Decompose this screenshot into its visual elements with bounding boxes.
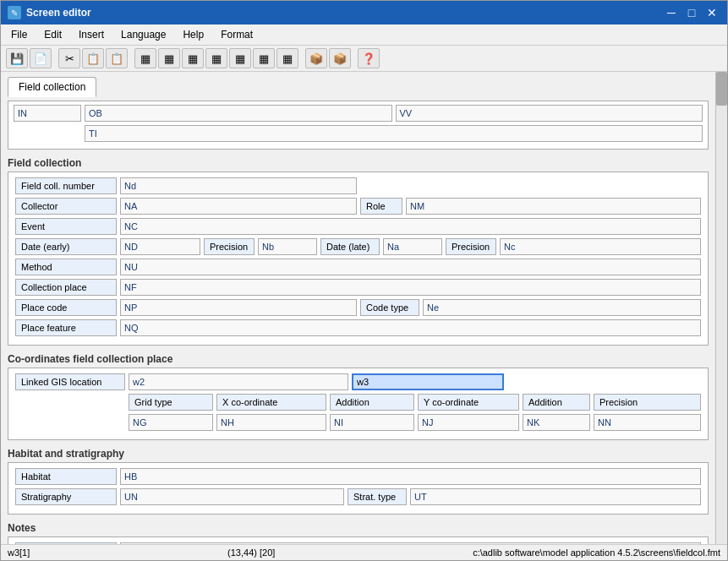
field-w2[interactable]: w2 xyxy=(129,373,348,390)
maximize-button[interactable]: □ xyxy=(683,5,700,20)
menu-edit[interactable]: Edit xyxy=(37,26,68,43)
field-nj[interactable]: NJ xyxy=(418,414,519,431)
col-header-y-coord: Y co-ordinate xyxy=(418,394,519,411)
section-header-field-collection: Field collection xyxy=(8,155,709,172)
toolbar-new[interactable]: 📄 xyxy=(30,48,52,68)
menu-language[interactable]: Language xyxy=(114,26,172,43)
form-content: Field collection IN OB VV TI Field colle… xyxy=(1,72,715,544)
notes-form: Notes NT xyxy=(8,536,709,544)
toolbar-pkg2[interactable]: 📦 xyxy=(329,48,351,68)
toolbar: 💾 📄 ✂ 📋 📋 ▦ ▦ ▦ ▦ ▦ ▦ ▦ 📦 📦 ❓ xyxy=(1,46,727,72)
vertical-scrollbar[interactable] xyxy=(715,72,727,544)
row-col-fields: NG NH NI NJ NK NN xyxy=(15,414,701,431)
row-habitat: Habitat HB xyxy=(15,468,701,485)
menu-insert[interactable]: Insert xyxy=(72,26,111,43)
toolbar-grid5[interactable]: ▦ xyxy=(229,48,251,68)
toolbar-grid2[interactable]: ▦ xyxy=(158,48,180,68)
field-nk[interactable]: NK xyxy=(523,414,590,431)
field-ne[interactable]: Ne xyxy=(423,299,701,316)
toolbar-paste[interactable]: 📋 xyxy=(106,48,128,68)
menu-file[interactable]: File xyxy=(4,26,34,43)
field-nc-date[interactable]: Nc xyxy=(500,238,701,255)
toolbar-grid6[interactable]: ▦ xyxy=(253,48,275,68)
row-collection-place: Collection place NF xyxy=(15,279,701,296)
row-collector: Collector NA Role NM xyxy=(15,198,701,215)
field-un[interactable]: UN xyxy=(120,488,344,505)
toolbar-cut[interactable]: ✂ xyxy=(58,48,80,68)
status-bar: w3[1] (13,44) [20] c:\adlib software\mod… xyxy=(1,544,727,560)
section-habitat: Habitat and stratigraphy Habitat HB Stra… xyxy=(8,445,709,515)
row-method: Method NU xyxy=(15,259,701,275)
field-nm[interactable]: NM xyxy=(406,198,701,215)
main-window: ✎ Screen editor ─ □ ✕ File Edit Insert L… xyxy=(0,0,728,561)
status-left: w3[1] xyxy=(8,547,30,558)
label-linked-gis: Linked GIS location xyxy=(15,373,125,390)
label-collector: Collector xyxy=(15,198,117,215)
col-header-x-coord: X co-ordinate xyxy=(216,394,326,411)
row-date-early: Date (early) ND Precision Nb Date (late)… xyxy=(15,238,701,255)
menu-bar: File Edit Insert Language Help Format xyxy=(1,25,727,46)
field-nf[interactable]: NF xyxy=(120,279,701,296)
title-bar: ✎ Screen editor ─ □ ✕ xyxy=(1,1,727,25)
tab-bar: Field collection xyxy=(8,77,709,97)
label-code-type: Code type xyxy=(360,299,419,316)
label-collection-place: Collection place xyxy=(15,279,117,296)
field-ob[interactable]: OB xyxy=(85,105,392,122)
field-ut[interactable]: UT xyxy=(410,488,701,505)
window-controls: ─ □ ✕ xyxy=(663,5,720,20)
menu-format[interactable]: Format xyxy=(214,26,260,43)
scrollbar-thumb[interactable] xyxy=(716,72,727,106)
field-nq[interactable]: NQ xyxy=(120,319,701,336)
col-header-addition-y: Addition xyxy=(523,394,590,411)
toolbar-help[interactable]: ❓ xyxy=(358,48,380,68)
field-ni[interactable]: NI xyxy=(330,414,414,431)
field-hb[interactable]: HB xyxy=(120,468,701,485)
toolbar-grid4[interactable]: ▦ xyxy=(205,48,227,68)
label-strat-type: Strat. type xyxy=(348,488,407,505)
top-row-1: IN OB VV xyxy=(14,105,703,122)
field-nc[interactable]: NC xyxy=(120,218,701,235)
label-precision-early: Precision xyxy=(204,238,255,255)
app-icon: ✎ xyxy=(8,6,21,19)
field-in[interactable]: IN xyxy=(14,105,81,122)
toolbar-copy[interactable]: 📋 xyxy=(82,48,104,68)
row-event: Event NC xyxy=(15,218,701,235)
tab-field-collection[interactable]: Field collection xyxy=(8,77,96,97)
toolbar-grid1[interactable]: ▦ xyxy=(134,48,156,68)
field-nd[interactable]: Nd xyxy=(120,177,357,194)
close-button[interactable]: ✕ xyxy=(703,5,720,20)
menu-help[interactable]: Help xyxy=(176,26,211,43)
field-nn[interactable]: NN xyxy=(594,414,701,431)
field-vv[interactable]: VV xyxy=(396,105,703,122)
label-event: Event xyxy=(15,218,117,235)
toolbar-save[interactable]: 💾 xyxy=(6,48,28,68)
toolbar-pkg1[interactable]: 📦 xyxy=(305,48,327,68)
field-nb[interactable]: Nb xyxy=(258,238,317,255)
title-bar-left: ✎ Screen editor xyxy=(8,6,91,19)
row-stratigraphy: Stratigraphy UN Strat. type UT xyxy=(15,488,701,505)
label-place-feature: Place feature xyxy=(15,319,117,336)
field-np[interactable]: NP xyxy=(120,299,357,316)
toolbar-grid7[interactable]: ▦ xyxy=(276,48,298,68)
field-w3[interactable]: w3 xyxy=(352,373,504,390)
label-method: Method xyxy=(15,259,117,275)
label-date-early: Date (early) xyxy=(15,238,117,255)
field-ng[interactable]: NG xyxy=(129,414,213,431)
top-row-2: TI xyxy=(14,125,703,142)
section-header-habitat: Habitat and stratigraphy xyxy=(8,445,709,462)
row-place-feature: Place feature NQ xyxy=(15,319,701,336)
field-na[interactable]: NA xyxy=(120,198,357,215)
col-header-addition-x: Addition xyxy=(330,394,414,411)
field-nd-date[interactable]: ND xyxy=(120,238,200,255)
status-right: c:\adlib software\model application 4.5.… xyxy=(473,547,720,558)
field-ti[interactable]: TI xyxy=(85,125,703,142)
field-nu[interactable]: NU xyxy=(120,259,701,275)
row-place-code: Place code NP Code type Ne xyxy=(15,299,701,316)
field-nh[interactable]: NH xyxy=(216,414,326,431)
section-field-collection: Field collection Field coll. number Nd C… xyxy=(8,155,709,346)
field-na-date[interactable]: Na xyxy=(383,238,442,255)
minimize-button[interactable]: ─ xyxy=(663,5,680,20)
label-date-late: Date (late) xyxy=(320,238,380,255)
habitat-form: Habitat HB Stratigraphy UN Strat. type U… xyxy=(8,462,709,515)
toolbar-grid3[interactable]: ▦ xyxy=(182,48,204,68)
